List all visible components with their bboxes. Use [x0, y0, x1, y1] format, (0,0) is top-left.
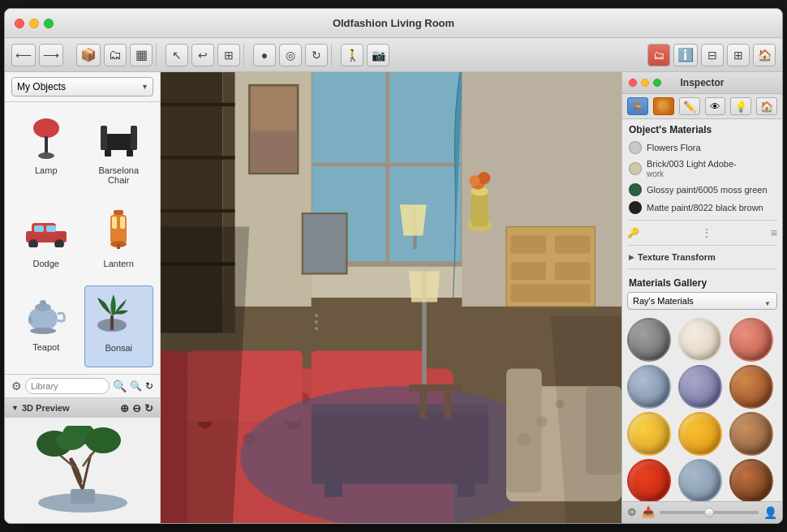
objects-grid: Lamp Barselona Chair — [5, 102, 160, 374]
tab-object[interactable]: 🪑 — [627, 97, 648, 115]
nav-fwd-button[interactable]: ⟶ — [39, 44, 63, 66]
object-item-bonsai[interactable]: Bonsai — [84, 285, 154, 367]
camera-btn[interactable]: 📷 — [367, 44, 389, 66]
swatch-yellow-2[interactable] — [678, 412, 722, 456]
traffic-lights — [15, 19, 54, 28]
info-btn[interactable]: ℹ️ — [673, 44, 698, 66]
preview-zoom-out-icon[interactable]: ⊖ — [132, 402, 141, 414]
zoom-in-icon[interactable]: 🔍 — [113, 380, 127, 393]
lamp-label: Lamp — [35, 165, 58, 175]
split-v-btn[interactable]: ⊞ — [727, 44, 750, 66]
tab-pencil[interactable]: ✏️ — [679, 97, 700, 115]
size-slider-track[interactable] — [660, 511, 759, 514]
undo-btn[interactable]: ↩ — [191, 44, 214, 66]
swatch-floral[interactable] — [678, 318, 722, 362]
close-button[interactable] — [15, 19, 24, 28]
preview-zoom-in-icon[interactable]: ⊕ — [120, 402, 129, 414]
swatch-brown-wood[interactable] — [729, 412, 773, 456]
object-item-lantern[interactable]: Lantern — [84, 202, 154, 282]
gallery-dropdown-container[interactable]: Ray's Materials — [622, 292, 782, 315]
swatch-argyle-blue[interactable] — [627, 365, 671, 409]
object-item-dodge[interactable]: Dodge — [11, 202, 81, 282]
flowers-swatch — [629, 141, 642, 154]
svg-rect-26 — [110, 315, 114, 330]
split-h-btn[interactable]: ⊟ — [701, 44, 724, 66]
swatch-red-floral[interactable] — [729, 318, 773, 362]
swatch-dark-brown[interactable] — [729, 459, 773, 500]
app-window: Oldfashion Living Room ⟵ ⟶ 📦 🗂 ▦ ↖ ↩ ⊞ ●… — [4, 8, 783, 524]
resize-handle[interactable] — [315, 298, 320, 346]
person-size-icon[interactable]: 👤 — [763, 506, 777, 519]
person-walk-btn[interactable]: 🚶 — [341, 44, 363, 66]
redo-btn[interactable]: ⊞ — [217, 44, 240, 66]
teapot-icon — [20, 289, 72, 341]
objects-dropdown[interactable]: My Objects — [11, 77, 153, 97]
circle-outline-btn[interactable]: ◎ — [279, 44, 302, 66]
nav-back-button[interactable]: ⟵ — [11, 44, 36, 66]
tab-light[interactable]: 💡 — [730, 97, 751, 115]
maximize-button[interactable] — [44, 19, 54, 28]
zoom-out-icon[interactable]: 🔍 — [130, 380, 142, 392]
preview-refresh-icon[interactable]: ↻ — [144, 402, 153, 414]
svg-rect-53 — [510, 262, 546, 280]
tab-render[interactable]: 👁 — [705, 97, 726, 115]
search-gear-icon[interactable]: ⚙ — [11, 380, 22, 393]
swatch-yellow-1[interactable] — [627, 412, 671, 456]
swatch-argyle-purple[interactable] — [678, 365, 722, 409]
preview-body — [5, 418, 160, 523]
svg-rect-51 — [510, 236, 546, 254]
inspector-close[interactable] — [629, 79, 637, 87]
scene-svg — [161, 72, 621, 523]
texture-row[interactable]: 🔑 ⋮ ≡ — [622, 224, 782, 242]
objects-icon-btn[interactable]: 📦 — [76, 44, 101, 66]
material-item-flowers[interactable]: Flowers Flora — [627, 139, 777, 157]
size-slider-thumb[interactable] — [704, 508, 714, 517]
grid-icon-btn[interactable]: ▦ — [130, 44, 153, 66]
gallery-dropdown[interactable]: Ray's Materials — [627, 292, 777, 310]
chair-label: Barselona Chair — [88, 165, 151, 185]
swatch-concrete[interactable] — [627, 318, 671, 362]
object-item-lamp[interactable]: Lamp — [11, 109, 81, 199]
search-input[interactable] — [25, 378, 110, 394]
svg-rect-1 — [45, 136, 48, 154]
svg-rect-5 — [131, 126, 137, 150]
home-btn[interactable]: 🏠 — [753, 44, 776, 66]
inspector-minimize[interactable] — [641, 79, 649, 87]
inspector-btn[interactable]: 🗂 — [647, 44, 670, 66]
list-icon-btn[interactable]: 🗂 — [104, 44, 127, 66]
gallery-title: Materials Gallery — [622, 272, 782, 292]
more-options-icon[interactable]: ⋮ — [701, 226, 712, 239]
minimize-button[interactable] — [29, 19, 39, 28]
preview-header[interactable]: ▼ 3D Preview ⊕ ⊖ ↻ — [5, 398, 160, 418]
expand-icon[interactable]: ≡ — [771, 226, 777, 239]
glossy-swatch — [629, 183, 642, 196]
settings-bottom-icon[interactable]: ⚙ — [627, 506, 637, 518]
preview-label: 3D Preview — [22, 403, 70, 413]
divider-1 — [627, 220, 777, 221]
main-content: My Objects Lamp — [5, 72, 782, 523]
swatch-orange-red[interactable] — [627, 459, 671, 500]
inspector-maximize[interactable] — [653, 79, 661, 87]
divider-2 — [627, 245, 777, 246]
refresh-icon[interactable]: ↻ — [145, 380, 153, 392]
tab-house[interactable]: 🏠 — [756, 97, 777, 115]
svg-point-60 — [478, 172, 490, 184]
material-item-brick[interactable]: Brick/003 Light Adobe- work — [627, 157, 777, 181]
scene-3d[interactable] — [161, 72, 621, 523]
rotate-btn[interactable]: ↻ — [305, 44, 328, 66]
object-item-teapot[interactable]: Teapot — [11, 285, 81, 367]
svg-rect-6 — [105, 150, 111, 157]
object-item-chair[interactable]: Barselona Chair — [84, 109, 154, 199]
svg-rect-44 — [310, 163, 464, 166]
brick-name: Brick/003 Light Adobe- — [647, 159, 737, 169]
swatch-blue-fabric[interactable] — [678, 459, 722, 500]
circle-btn[interactable]: ● — [253, 44, 276, 66]
objects-dropdown-container[interactable]: My Objects — [11, 77, 153, 97]
material-item-matte[interactable]: Matte paint/8022 black brown — [627, 199, 777, 217]
material-item-glossy[interactable]: Glossy paint/6005 moss green — [627, 181, 777, 199]
texture-transform-row[interactable]: ▶ Texture Transform — [622, 249, 782, 265]
add-bottom-icon[interactable]: 📥 — [642, 506, 655, 518]
cursor-btn[interactable]: ↖ — [166, 44, 188, 66]
tab-material-ball[interactable] — [653, 97, 674, 115]
swatch-copper[interactable] — [729, 365, 773, 409]
